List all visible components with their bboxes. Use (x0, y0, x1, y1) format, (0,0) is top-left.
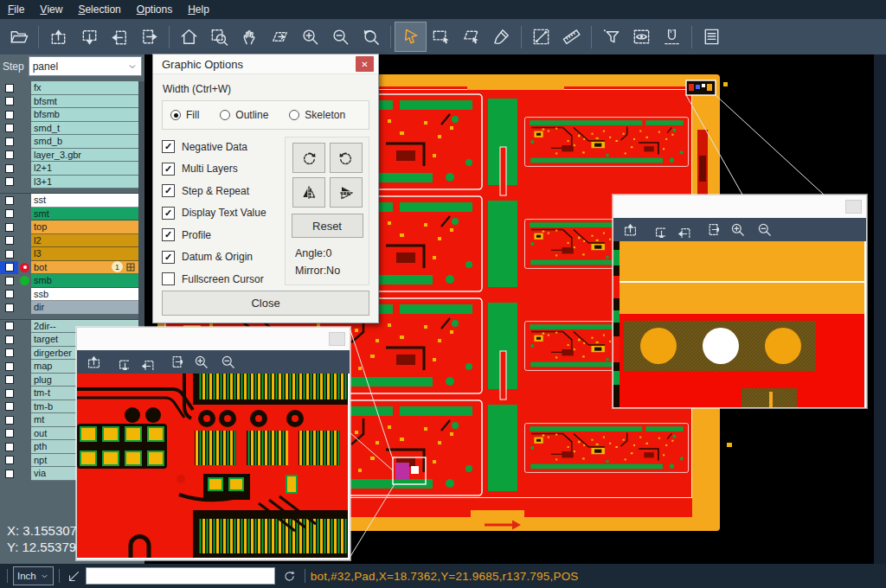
rotate-cw-button[interactable] (292, 143, 325, 173)
layer-visibility-checkbox[interactable] (5, 111, 14, 119)
layer-name-cell[interactable]: smd_b (31, 135, 138, 149)
pan-hand-button[interactable] (234, 22, 265, 51)
layer-visibility-checkbox[interactable] (5, 196, 14, 205)
mirror-horizontal-button[interactable] (292, 177, 325, 208)
layer-name-cell[interactable]: sst (31, 194, 138, 208)
pan-right-button[interactable] (134, 22, 164, 51)
checkbox-datum-origin[interactable]: ✓Datum & Origin (162, 251, 285, 264)
layer-visibility-checkbox[interactable] (5, 322, 14, 330)
report-list-button[interactable] (697, 22, 727, 51)
layer-visibility-checkbox[interactable] (5, 223, 14, 232)
pan-right-button[interactable] (700, 220, 721, 240)
menu-view[interactable]: View (32, 0, 70, 19)
layer-visibility-checkbox[interactable] (5, 375, 14, 384)
layer-row-l2+1[interactable]: l2+1 (0, 162, 144, 176)
zoom-in-button[interactable] (295, 22, 325, 51)
select-cursor-button[interactable] (395, 22, 426, 51)
zoom-out-button[interactable] (217, 353, 238, 372)
dialog-title-bar[interactable]: Graphic Options ✕ (153, 54, 378, 74)
measure-ruler-button[interactable] (556, 22, 587, 51)
layer-visibility-checkbox[interactable] (5, 304, 14, 312)
layer-visibility-checkbox[interactable] (5, 348, 14, 357)
layer-visibility-checkbox[interactable] (5, 402, 14, 411)
layer-row-l3[interactable]: l3 (0, 247, 144, 261)
layer-name-cell[interactable]: l3+1 (31, 176, 138, 189)
snap-magnet-button[interactable] (657, 22, 687, 51)
layer-name-cell[interactable]: smb (31, 274, 138, 288)
close-icon[interactable]: ✕ (356, 56, 374, 72)
layer-visibility-checkbox[interactable] (5, 236, 14, 245)
layer-row-bfsmt[interactable]: bfsmt (0, 95, 144, 109)
layer-visibility-checkbox[interactable] (5, 137, 14, 146)
layer-name-cell[interactable]: top (31, 220, 138, 234)
brush-select-button[interactable] (486, 22, 517, 51)
pan-right-button[interactable] (164, 353, 184, 372)
layer-visibility-checkbox[interactable] (5, 456, 14, 464)
checkbox-display-text-value[interactable]: ✓Display Text Value (162, 207, 285, 220)
filter-button[interactable] (596, 22, 626, 51)
view-options-button[interactable] (626, 22, 657, 51)
zoomed-pcb-view[interactable] (77, 374, 348, 558)
measure-distance-button[interactable] (526, 22, 556, 51)
layer-visibility-checkbox[interactable] (5, 97, 14, 105)
layer-visibility-checkbox[interactable] (5, 250, 14, 259)
menu-help[interactable]: Help (180, 0, 217, 19)
layer-row-l2[interactable]: l2 (0, 234, 144, 248)
menu-selection[interactable]: Selection (70, 0, 128, 19)
layer-name-cell[interactable]: layer_3.gbr (31, 149, 138, 163)
layer-name-cell[interactable]: l2+1 (31, 162, 138, 176)
pan-left-button[interactable] (137, 353, 157, 372)
close-button[interactable]: Close (162, 291, 369, 316)
layer-visibility-checkbox[interactable] (5, 150, 14, 159)
layer-row-smt[interactable]: smt (0, 208, 144, 221)
layer-visibility-checkbox[interactable] (5, 164, 14, 173)
layer-name-cell[interactable]: smd_t (31, 122, 138, 136)
open-folder-button[interactable] (3, 22, 34, 51)
layer-visibility-checkbox[interactable] (5, 429, 14, 438)
canvas-scrollbar[interactable] (874, 54, 886, 564)
step-select[interactable]: panel (29, 56, 142, 76)
zoom-out-button[interactable] (325, 22, 356, 51)
zoomed-panel-corner-view[interactable] (613, 241, 864, 407)
layer-row-layer_3.gbr[interactable]: layer_3.gbr (0, 149, 144, 163)
pan-left-button[interactable] (104, 22, 134, 51)
layer-visibility-checkbox[interactable] (5, 124, 14, 132)
pan-down-button[interactable] (74, 22, 104, 51)
pan-up-button[interactable] (620, 220, 640, 240)
checkbox-step-repeat[interactable]: ✓Step & Repeat (162, 184, 285, 197)
layer-visibility-checkbox[interactable] (5, 389, 14, 398)
zoom-in-button[interactable] (190, 353, 211, 372)
checkbox-profile[interactable]: ✓Profile (162, 228, 285, 241)
layer-name-cell[interactable]: l3 (31, 247, 138, 261)
layer-name-cell[interactable]: smt (31, 208, 138, 221)
snap-corner-button[interactable] (65, 566, 84, 585)
pan-up-button[interactable] (43, 22, 74, 51)
reset-button[interactable]: Reset (292, 214, 363, 238)
polygon-select-button[interactable] (456, 22, 486, 51)
layer-row-smd_b[interactable]: smd_b (0, 135, 144, 149)
pan-down-button[interactable] (110, 353, 131, 372)
layer-visibility-checkbox[interactable] (5, 336, 14, 344)
zoom-previous-button[interactable] (356, 22, 386, 51)
zoom-selection-button[interactable] (265, 22, 295, 51)
layer-visibility-checkbox[interactable] (5, 362, 14, 371)
unit-select[interactable]: Inch (13, 566, 54, 585)
window-button[interactable] (329, 332, 345, 346)
radio-outline[interactable]: Outline (220, 109, 268, 121)
radio-skeleton[interactable]: Skeleton (289, 109, 345, 121)
mirror-vertical-button[interactable] (330, 177, 363, 208)
refresh-button[interactable] (280, 566, 299, 585)
layer-name-cell[interactable]: bfsmb (31, 108, 138, 122)
layer-visibility-checkbox[interactable] (5, 470, 14, 478)
preview-title-bar[interactable] (77, 328, 350, 350)
menu-options[interactable]: Options (129, 0, 180, 19)
home-view-button[interactable] (174, 22, 204, 51)
layer-name-cell[interactable]: l2 (31, 234, 138, 248)
layer-visibility-checkbox[interactable] (5, 416, 14, 425)
layer-row-ssb[interactable]: ssb (0, 288, 144, 302)
zoom-out-button[interactable] (754, 220, 774, 240)
layer-visibility-checkbox[interactable] (5, 209, 14, 218)
layer-visibility-checkbox[interactable] (5, 277, 14, 285)
pan-left-button[interactable] (673, 220, 694, 240)
layer-visibility-checkbox[interactable] (5, 443, 14, 451)
